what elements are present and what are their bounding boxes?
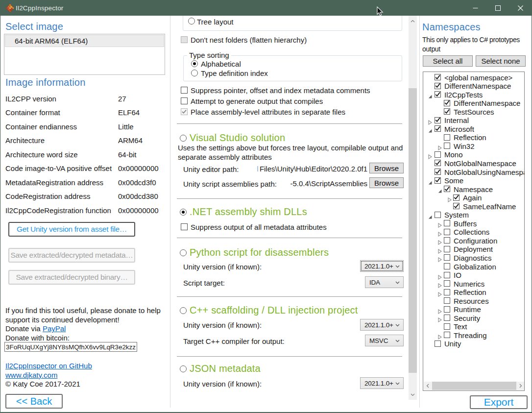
tree-item[interactable]: Globalization bbox=[423, 262, 524, 271]
tree-checkbox-unchecked[interactable] bbox=[435, 340, 441, 347]
tree-item[interactable]: IO bbox=[423, 271, 524, 280]
tree-checkbox-unchecked[interactable] bbox=[444, 237, 450, 243]
tree-item[interactable]: Reflection bbox=[423, 133, 524, 142]
sort-typedef-radio[interactable] bbox=[191, 70, 198, 76]
tree-item[interactable]: Some bbox=[423, 176, 524, 185]
bitcoin-address-input[interactable]: 3FoRUqUXgYj8NY8sMQfhX6vv9LqR3e2kzz bbox=[4, 342, 137, 352]
github-link[interactable]: Il2CppInspector on GitHub bbox=[5, 362, 92, 370]
tree-item[interactable]: Mono bbox=[423, 150, 524, 159]
tree-item[interactable]: Deployment bbox=[423, 245, 524, 254]
tree-checkbox-checked[interactable] bbox=[435, 125, 441, 132]
tree-checkbox-checked[interactable] bbox=[444, 108, 450, 115]
tree-checkbox-checked[interactable] bbox=[435, 177, 441, 184]
tree-checkbox-unchecked[interactable] bbox=[444, 280, 450, 287]
tree-item[interactable]: Again bbox=[423, 194, 524, 202]
save-metadata-button[interactable]: Save extracted/decrypted metadata… bbox=[8, 248, 135, 263]
scroll-up-arrow[interactable] bbox=[409, 17, 417, 25]
json-unity-version-select[interactable]: 2021.1.0+ bbox=[360, 377, 404, 389]
tree-checkbox-unchecked[interactable] bbox=[444, 254, 450, 261]
tree-item[interactable]: SameLeafName bbox=[423, 202, 524, 211]
tree-layout-radio[interactable] bbox=[188, 18, 195, 24]
tree-checkbox-unchecked[interactable] bbox=[444, 134, 450, 141]
image-listbox[interactable]: 64-bit ARM64 (ELF64) bbox=[4, 34, 165, 75]
minimize-button[interactable] bbox=[464, 0, 486, 16]
tree-checkbox-checked[interactable] bbox=[435, 83, 441, 89]
tree-item[interactable]: DifferentNamespace bbox=[423, 99, 524, 108]
tree-item[interactable]: Win32 bbox=[423, 142, 524, 150]
scrollbar-thumb[interactable] bbox=[409, 88, 417, 373]
tree-checkbox-unchecked[interactable] bbox=[444, 297, 450, 304]
paypal-link[interactable]: PayPal bbox=[43, 324, 66, 333]
separate-attributes-checkbox[interactable] bbox=[181, 108, 188, 115]
tree-item[interactable]: Runtime bbox=[423, 305, 524, 314]
export-button[interactable]: Export bbox=[470, 395, 528, 409]
tree-item[interactable]: Numerics bbox=[423, 279, 524, 288]
browse-editor-path-button[interactable]: Browse bbox=[369, 163, 404, 173]
tree-checkbox-unchecked[interactable] bbox=[444, 246, 450, 252]
shim-dlls-radio[interactable] bbox=[180, 209, 187, 216]
tree-checkbox-unchecked[interactable] bbox=[444, 315, 450, 321]
tree-checkbox-checked[interactable] bbox=[435, 160, 441, 166]
tree-checkbox-unchecked[interactable] bbox=[435, 151, 441, 158]
script-target-select[interactable]: IDA bbox=[365, 276, 404, 288]
tree-item[interactable]: DifferentNamespace bbox=[423, 82, 524, 91]
shim-suppress-checkbox[interactable] bbox=[181, 223, 188, 230]
tree-item[interactable]: Namespace bbox=[423, 185, 524, 194]
scroll-down-arrow[interactable] bbox=[409, 390, 417, 399]
tree-item[interactable]: Il2CppTests bbox=[423, 90, 524, 99]
scroll-right-arrow[interactable] bbox=[517, 382, 525, 390]
tree-item[interactable]: Microsoft bbox=[423, 124, 524, 133]
scroll-left-arrow[interactable] bbox=[424, 382, 432, 390]
tree-checkbox-checked[interactable] bbox=[435, 117, 441, 123]
tree-item[interactable]: Threading bbox=[423, 331, 524, 340]
compiler-select[interactable]: MSVC bbox=[365, 335, 404, 346]
tree-checkbox-checked[interactable] bbox=[435, 169, 441, 175]
tree-item[interactable]: Reflection bbox=[423, 288, 524, 297]
sort-alphabetical-radio[interactable] bbox=[191, 60, 198, 67]
cpp-unity-version-select[interactable]: 2021.1.0+ bbox=[360, 319, 404, 331]
tree-item[interactable]: Configuration bbox=[423, 236, 524, 245]
json-metadata-radio[interactable] bbox=[180, 365, 187, 372]
tree-horizontal-scrollbar[interactable] bbox=[424, 382, 525, 390]
tree-checkbox-unchecked[interactable] bbox=[444, 263, 450, 269]
tree-checkbox-unchecked[interactable] bbox=[444, 289, 450, 295]
back-button[interactable]: << Back bbox=[5, 394, 63, 409]
tree-item[interactable]: Security bbox=[423, 314, 524, 322]
tree-checkbox-unchecked[interactable] bbox=[444, 220, 450, 226]
scrollbar-thumb[interactable] bbox=[432, 382, 516, 390]
close-button[interactable] bbox=[509, 0, 532, 16]
tree-checkbox-unchecked[interactable] bbox=[444, 323, 450, 330]
tree-item[interactable]: Collections bbox=[423, 228, 524, 237]
python-script-radio[interactable] bbox=[180, 249, 187, 256]
tree-checkbox-checked[interactable] bbox=[453, 203, 459, 209]
get-unity-version-button[interactable]: Get Unity version from asset file… bbox=[8, 222, 135, 237]
vs-solution-radio[interactable] bbox=[180, 135, 187, 142]
select-none-button[interactable]: Select none bbox=[476, 55, 526, 67]
tree-checkbox-unchecked[interactable] bbox=[444, 143, 450, 149]
tree-checkbox-unchecked[interactable] bbox=[444, 272, 450, 278]
suppress-metadata-checkbox[interactable] bbox=[181, 87, 188, 94]
tree-item[interactable]: System bbox=[423, 211, 524, 219]
browse-assemblies-path-button[interactable]: Browse bbox=[369, 177, 404, 188]
cpp-scaffolding-radio[interactable] bbox=[180, 307, 187, 314]
middle-scrollbar[interactable] bbox=[409, 16, 417, 400]
tree-checkbox-unchecked[interactable] bbox=[444, 332, 450, 338]
maximize-button[interactable] bbox=[486, 0, 509, 16]
tree-item[interactable]: NotGlobalNamespace bbox=[423, 159, 524, 168]
select-all-button[interactable]: Select all bbox=[423, 55, 473, 67]
tree-item[interactable]: Resources bbox=[423, 296, 524, 305]
tree-checkbox-unchecked[interactable] bbox=[435, 212, 441, 218]
tree-checkbox-unchecked[interactable] bbox=[444, 229, 450, 235]
tree-checkbox-checked[interactable] bbox=[444, 100, 450, 106]
save-binary-button[interactable]: Save extracted/decrypted binary… bbox=[8, 270, 135, 285]
tree-item[interactable]: Internal bbox=[423, 116, 524, 125]
compilable-checkbox[interactable] bbox=[181, 97, 188, 104]
tree-checkbox-unchecked[interactable] bbox=[444, 306, 450, 313]
tree-item[interactable]: Text bbox=[423, 322, 524, 331]
namespaces-tree[interactable]: <global namespace>DifferentNamespaceIl2C… bbox=[423, 72, 525, 391]
tree-item[interactable]: Diagnostics bbox=[423, 253, 524, 262]
tree-item[interactable]: TestSources bbox=[423, 107, 524, 116]
python-unity-version-select[interactable]: 2021.1.0+ bbox=[360, 260, 404, 272]
tree-item[interactable]: Unity bbox=[423, 340, 524, 348]
tree-checkbox-checked[interactable] bbox=[435, 74, 441, 80]
